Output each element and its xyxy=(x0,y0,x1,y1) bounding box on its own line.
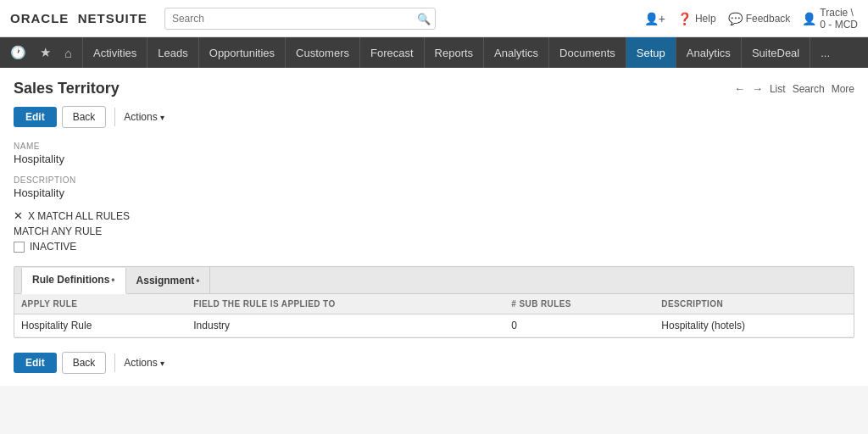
name-value: Hospitality xyxy=(14,153,854,165)
nav-item-suitedeal[interactable]: SuiteDeal xyxy=(742,37,810,68)
nav-item-setup[interactable]: Setup xyxy=(626,37,676,68)
search-link[interactable]: Search xyxy=(793,83,825,95)
tab-rule-definitions[interactable]: Rule Definitions • xyxy=(21,268,126,294)
help-item[interactable]: ❓ Help xyxy=(677,12,716,25)
page-title: Sales Territory xyxy=(14,80,120,97)
inactive-row: INACTIVE xyxy=(14,241,854,253)
cell-sub-rules: 0 xyxy=(504,314,654,337)
page-nav: ← → List Search More xyxy=(734,82,854,95)
more-link[interactable]: More xyxy=(832,83,854,95)
nav-item-activities[interactable]: Activities xyxy=(83,37,147,68)
tabs-header: Rule Definitions • Assignment • xyxy=(14,267,854,294)
match-all-checkmark: ✕ xyxy=(14,209,23,222)
cell-apply-rule: Hospitality Rule xyxy=(14,314,186,337)
search-button[interactable]: 🔍 xyxy=(417,12,431,25)
nav-item-documents[interactable]: Documents xyxy=(549,37,626,68)
tab-assignment-label: Assignment xyxy=(136,275,195,287)
recent-icon-btn[interactable]: 🕐 xyxy=(7,43,30,62)
list-link[interactable]: List xyxy=(770,83,786,95)
nav-item-analytics2[interactable]: Analytics xyxy=(676,37,742,68)
nav-item-customers[interactable]: Customers xyxy=(286,37,360,68)
match-all-label: X MATCH ALL RULES xyxy=(28,210,130,222)
edit-button[interactable]: Edit xyxy=(14,107,57,127)
help-label: Help xyxy=(695,13,716,25)
nav-item-more[interactable]: ... xyxy=(810,37,840,68)
match-any-row: MATCH ANY RULE xyxy=(14,225,854,237)
header-right: 👤+ ❓ Help 💬 Feedback 👤 Tracie \0 - MCD xyxy=(644,7,858,31)
table-header-row: APPLY RULE FIELD THE RULE IS APPLIED TO … xyxy=(14,294,854,314)
tab-assignment-marker: • xyxy=(196,275,199,287)
nav-item-forecast[interactable]: Forecast xyxy=(360,37,425,68)
nav-bar: 🕐 ★ ⌂ Activities Leads Opportunities Cus… xyxy=(0,37,868,68)
actions-arrow-icon: ▾ xyxy=(160,113,164,122)
form-description-section: DESCRIPTION Hospitality xyxy=(14,175,854,199)
nav-item-opportunities[interactable]: Opportunities xyxy=(199,37,286,68)
toolbar-divider xyxy=(114,108,115,126)
tab-rule-definitions-label: Rule Definitions xyxy=(32,274,109,286)
prev-arrow[interactable]: ← xyxy=(734,82,745,95)
cell-description: Hospitality (hotels) xyxy=(654,314,854,337)
help-icon: ❓ xyxy=(677,12,692,25)
inactive-checkbox[interactable] xyxy=(14,242,25,253)
form-name-section: NAME Hospitality xyxy=(14,142,854,165)
inactive-label: INACTIVE xyxy=(30,241,76,253)
match-any-label: MATCH ANY RULE xyxy=(14,225,102,237)
feedback-item[interactable]: 💬 Feedback xyxy=(728,12,791,25)
bottom-toolbar: Edit Back Actions ▾ xyxy=(14,352,854,374)
tab-assignment[interactable]: Assignment • xyxy=(126,267,211,293)
bottom-toolbar-divider xyxy=(114,353,115,372)
logo: ORACLE NETSUITE xyxy=(10,11,147,25)
user-actions-item[interactable]: 👤+ xyxy=(644,12,665,25)
name-label: NAME xyxy=(14,142,854,151)
search-bar: 🔍 xyxy=(164,8,436,30)
bottom-actions-arrow-icon: ▾ xyxy=(160,359,164,368)
back-button[interactable]: Back xyxy=(62,106,107,128)
logo-oracle: ORACLE xyxy=(10,11,69,25)
top-header: ORACLE NETSUITE 🔍 👤+ ❓ Help 💬 Feedback 👤… xyxy=(0,0,868,37)
bottom-back-button[interactable]: Back xyxy=(62,352,107,374)
bottom-actions-label: Actions xyxy=(124,357,157,369)
nav-item-leads[interactable]: Leads xyxy=(147,37,198,68)
table-head: APPLY RULE FIELD THE RULE IS APPLIED TO … xyxy=(14,294,854,314)
nav-item-reports[interactable]: Reports xyxy=(425,37,485,68)
user-menu-label: Tracie \0 - MCD xyxy=(820,7,858,31)
actions-label: Actions xyxy=(124,111,157,123)
tab-rule-definitions-marker: • xyxy=(111,274,114,286)
page-content: Sales Territory ← → List Search More Edi… xyxy=(0,68,868,386)
actions-dropdown[interactable]: Actions ▾ xyxy=(124,111,164,123)
col-apply-rule: APPLY RULE xyxy=(14,294,186,314)
description-label: DESCRIPTION xyxy=(14,175,854,185)
logo-netsuite: NETSUITE xyxy=(78,11,147,25)
col-description: DESCRIPTION xyxy=(654,294,854,314)
match-all-row: ✕ X MATCH ALL RULES xyxy=(14,209,854,222)
page-title-bar: Sales Territory ← → List Search More xyxy=(14,80,854,97)
col-sub-rules: # SUB RULES xyxy=(504,294,654,314)
feedback-label: Feedback xyxy=(746,13,791,25)
next-arrow[interactable]: → xyxy=(752,82,763,95)
bottom-edit-button[interactable]: Edit xyxy=(14,353,57,373)
search-input[interactable] xyxy=(164,8,436,30)
nav-items: Activities Leads Opportunities Customers… xyxy=(83,37,840,68)
feedback-icon: 💬 xyxy=(728,12,743,25)
nav-item-analytics1[interactable]: Analytics xyxy=(484,37,549,68)
rule-definitions-table: APPLY RULE FIELD THE RULE IS APPLIED TO … xyxy=(14,294,854,337)
toolbar: Edit Back Actions ▾ xyxy=(14,106,854,128)
user-menu-item[interactable]: 👤 Tracie \0 - MCD xyxy=(802,7,858,31)
table-body: Hospitality Rule Industry 0 Hospitality … xyxy=(14,314,854,337)
home-icon-btn[interactable]: ⌂ xyxy=(61,44,75,62)
favorites-icon-btn[interactable]: ★ xyxy=(36,43,54,62)
tabs-section: Rule Definitions • Assignment • APPLY RU… xyxy=(14,266,854,338)
nav-icons: 🕐 ★ ⌂ xyxy=(0,37,83,68)
description-value: Hospitality xyxy=(14,186,854,199)
col-field: FIELD THE RULE IS APPLIED TO xyxy=(186,294,504,314)
bottom-actions-dropdown[interactable]: Actions ▾ xyxy=(124,357,164,369)
user-menu-icon: 👤 xyxy=(802,12,816,25)
cell-field: Industry xyxy=(186,314,504,337)
user-actions-icon: 👤+ xyxy=(644,12,665,25)
table-row: Hospitality Rule Industry 0 Hospitality … xyxy=(14,314,854,337)
